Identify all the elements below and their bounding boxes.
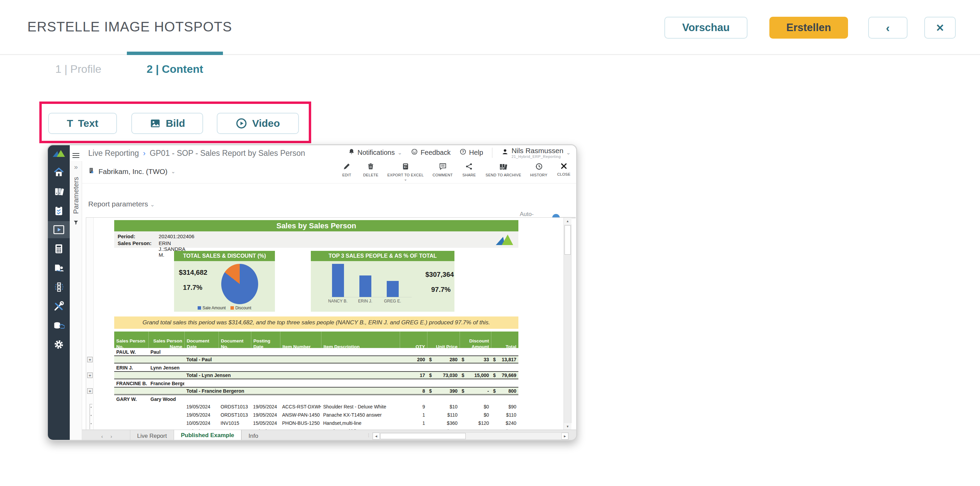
table-cell: 19/05/2024 [251,404,280,410]
vertical-scroll-thumb[interactable] [565,225,571,255]
detail-row: 19/05/2024ORDST101319/05/2024ACCS-RST-DX… [114,403,519,411]
edit-action[interactable]: EDIT [339,162,354,177]
outline-dot [91,415,92,416]
report-canvas: Sales by Sales Person Period: 202401:202… [94,218,564,430]
notifications-menu[interactable]: Notifications ⌄ [348,148,402,157]
close-action[interactable]: CLOSE [556,162,571,176]
user-menu[interactable]: Nils Rasmussen 21_Hybrid_ERP_Reporting ⌄ [501,147,571,159]
archive-icon [499,162,508,172]
expand-group-button[interactable]: + [87,373,93,378]
table-cell: Panache KX-T1450 answer [321,412,400,418]
company-chevron-down-icon: ⌄ [171,168,175,175]
horizontal-scroll-thumb[interactable] [380,433,466,439]
scroll-right-button[interactable]: ▶ [562,433,568,440]
sidebar-settings-gear-icon[interactable] [48,336,70,353]
add-video-button[interactable]: Video [217,113,299,134]
sidebar-tools-icon[interactable] [48,298,70,315]
sidebar-report-viewer-icon-active[interactable] [48,221,70,238]
app-topbar: Live Reporting › GP01 - SOP - Sales Repo… [82,145,577,161]
chevron-down-icon: ⌄ [397,149,402,156]
sidebar-doc-user-icon[interactable] [48,259,70,276]
outline-gutter: + + + [86,218,94,430]
scroll-up-button[interactable]: ▲ [564,218,571,224]
delete-action[interactable]: DELETE [363,162,379,177]
share-icon [465,162,473,172]
bar-label: GREG E. [379,299,406,303]
outline-dot [91,407,92,408]
breadcrumb-current: GP01 - SOP - Sales Report by Sales Perso… [150,149,305,158]
excel-icon: X≡ [402,162,409,172]
toolbar-actions: EDITDELETEX≡EXPORT TO EXCEL⌄COMMENTSHARE… [339,162,571,180]
export-to-excel-action[interactable]: X≡EXPORT TO EXCEL⌄ [387,162,424,180]
report-parameters-toggle[interactable]: Report parameters ⌄ [88,200,154,208]
history-action[interactable]: HISTORY [530,162,547,177]
sidebar-calculator-icon[interactable] [48,240,70,257]
breadcrumb[interactable]: Live Reporting › GP01 - SOP - Sales Repo… [88,149,305,158]
sidebar-home-icon[interactable] [48,164,70,181]
comment-action[interactable]: COMMENT [433,162,453,177]
vertical-scrollbar[interactable]: ▲ ▼ [563,218,571,430]
sidebar-checklist-icon[interactable] [48,202,70,219]
scroll-left-button[interactable]: ◀ [373,433,380,440]
table-cell: 10/05/2024 [184,420,218,426]
legend-item: Sale Amount [198,305,226,310]
table-cell: 19/05/2024 [251,412,280,418]
table-cell: 8 [400,388,427,394]
smiley-icon [411,148,418,157]
table-cell: INV1015 [218,420,251,426]
company-selector[interactable]: Fabrikam, Inc. (TWO) ⌄ [88,167,175,176]
table-cell-accounting: $33 [460,357,491,362]
scroll-down-button[interactable]: ▼ [564,423,571,430]
subtotal-row: Total - Francine Bergeron8$390$-$800 [114,387,519,395]
table-cell: ORDST1013 [218,412,251,418]
menu-hamburger-icon[interactable] [70,148,82,159]
table-cell: 19/05/2024 [184,404,218,410]
expand-group-button[interactable]: + [87,388,93,394]
report-title: Sales by Sales Person [114,220,519,231]
sheet-tab-live-report[interactable]: Live Report [130,430,174,441]
breadcrumb-root[interactable]: Live Reporting [88,149,139,158]
erstellen-button[interactable]: Erstellen [769,17,848,39]
share-action[interactable]: SHARE [461,162,477,177]
sheet-prev-icon[interactable]: ‹ [101,434,103,439]
trash-icon [367,162,374,172]
feedback-button[interactable]: Feedback [411,148,451,157]
column-header: Unit Price [427,332,460,352]
bell-icon [348,148,355,157]
sidebar-integrations-icon[interactable] [48,278,70,295]
table-cell: ACCS-RST-DXWH [280,404,321,410]
send-to-archive-action[interactable]: SEND TO ARCHIVE [485,162,521,177]
sheet-tab-published-example[interactable]: Published Example [174,430,242,441]
bar-label: NANCY B. [324,299,352,303]
add-text-button[interactable]: T Text [48,113,117,134]
app-logo[interactable] [48,145,70,162]
table-cell: FRANCINE B. [114,381,148,386]
filter-funnel-icon[interactable] [70,220,82,225]
back-button[interactable]: ‹ [868,17,907,39]
table-cell: 17 [400,373,427,378]
close-button[interactable]: ✕ [924,17,956,39]
table-cell-accounting: $13,817 [491,357,519,362]
help-button[interactable]: ? Help [460,148,483,157]
building-icon [88,167,95,176]
expand-group-button[interactable]: + [87,357,93,362]
horizontal-scrollbar[interactable]: ◀ ▶ [372,432,569,440]
table-cell: ANSW-PAN-1450 [280,412,321,418]
help-label: Help [469,149,483,157]
sidebar-archive-icon[interactable] [48,183,70,200]
tab-content[interactable]: 2 | Content [127,63,223,76]
vorschau-button[interactable]: Vorschau [664,17,748,39]
scrollbar-grip-icon[interactable]: ⁞ [368,433,370,438]
table-cell: $110 [427,412,460,418]
tab-profile[interactable]: 1 | Profile [42,63,114,76]
history-icon [535,162,543,172]
sheet-next-icon[interactable]: › [110,434,112,439]
sheet-tab-info[interactable]: Info [242,430,265,441]
top3-percent-value: 97.7% [431,286,451,294]
parameters-expand-icon[interactable]: » [70,163,82,171]
table-cell: Paul [148,349,184,355]
bar-erin-j- [360,275,371,297]
subtotal-row: Total - Lynn Jensen17$73,030$15,000$79,6… [114,371,519,380]
add-image-button[interactable]: Bild [131,113,203,134]
sidebar-data-cloud-icon[interactable] [48,317,70,334]
